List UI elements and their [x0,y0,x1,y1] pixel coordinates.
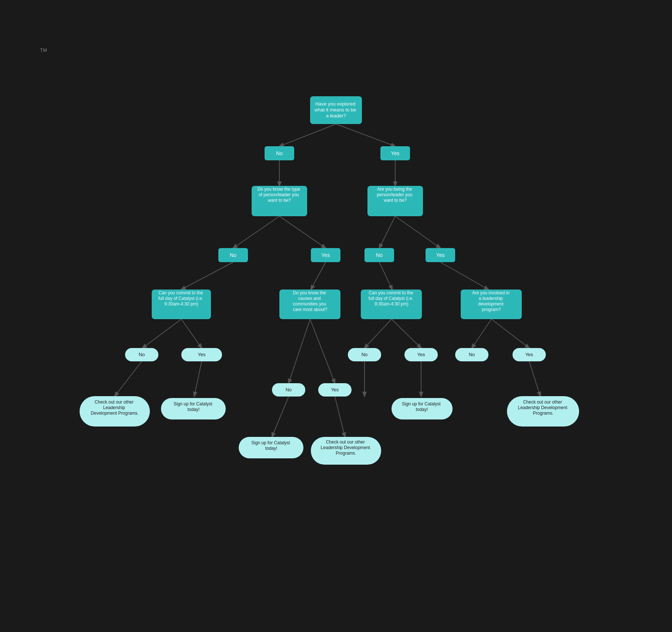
connector-qcommit2-yes3c [392,319,421,348]
no1-text: No [276,150,283,156]
flowchart-svg: Have you explored what it means to be a … [0,81,672,618]
connector-qcommit2-no3c [364,319,392,348]
q-commit1-text: Can you commit to the full day of Cataly… [158,290,205,307]
connector-qno1-no2a [233,216,279,248]
flowchart-container: Have you explored what it means to be a … [0,81,672,620]
connector-qinvolved-no3d [472,319,491,348]
connector-yes2b-qinvolved [440,262,488,290]
no2a-text: No [230,252,236,258]
connector-yes2a-qcauses [311,262,326,290]
no3b-text: No [286,387,292,392]
yes2b-text: Yes [436,252,445,258]
yes2a-text: Yes [322,252,330,258]
yes3c-text: Yes [417,352,425,357]
connector-qyes1-no2b [379,216,395,248]
connector-qcommit1-yes3a [181,319,202,348]
connector-yes3a-signup1 [194,361,202,396]
yes3a-text: Yes [198,352,206,357]
trademark-label: TM [40,47,47,53]
q-causes-text: Do you know the causes and communities y… [293,290,327,312]
connector-qno1-yes2a [279,216,326,248]
connector-qcauses-no3b [289,319,310,383]
q-commit2-text: Can you commit to the full day of Cataly… [369,290,415,307]
connector-qcauses-yes3b [310,319,335,383]
yes3d-text: Yes [525,352,533,357]
connector-no2b-qcommit2 [379,262,392,290]
connector-qinvolved-yes3d [491,319,529,348]
no3a-text: No [139,352,145,357]
no2b-text: No [376,252,383,258]
no3d-text: No [469,352,475,357]
connector-root-no1 [279,124,336,146]
connector-no2a-qcommit1 [181,262,233,290]
no3c-text: No [362,352,368,357]
connector-yes3d-ldp2 [529,361,540,396]
yes3b-text: Yes [331,387,339,392]
connector-root-yes1 [336,124,395,146]
connector-no3b-signup3 [272,397,289,437]
connector-yes3b-ldp3 [335,397,345,437]
connector-qcommit1-no3a [142,319,181,348]
connector-qyes1-yes2b [395,216,440,248]
connector-no3a-ldp1 [115,361,142,396]
yes1-text: Yes [391,150,400,156]
